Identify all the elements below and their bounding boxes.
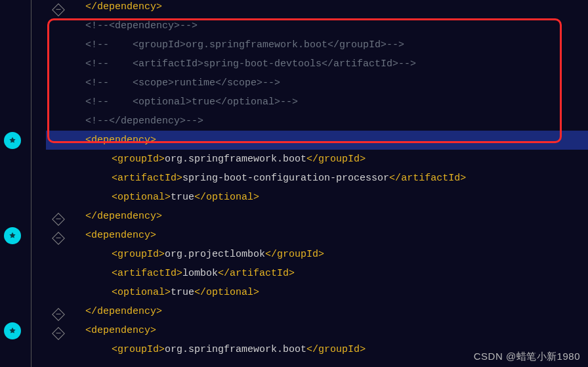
code-line[interactable]: </dependency> — [46, 207, 588, 226]
gutter[interactable] — [0, 0, 46, 367]
code-editor[interactable]: </dependency><!--<dependency>--><!-- <gr… — [0, 0, 588, 367]
code-line[interactable]: <optional>true</optional> — [46, 188, 588, 207]
code-line[interactable]: <groupId>org.springframework.boot</group… — [46, 150, 588, 169]
breakpoint-icon[interactable] — [4, 227, 21, 244]
code-line[interactable]: <artifactId>spring-boot-configuration-pr… — [46, 169, 588, 188]
code-line[interactable]: <dependency> — [46, 131, 588, 150]
code-line[interactable]: <groupId>org.projectlombok</groupId> — [46, 245, 588, 264]
code-line[interactable]: <!-- <groupId>org.springframework.boot</… — [46, 35, 588, 54]
code-line[interactable]: <dependency> — [46, 321, 588, 340]
breakpoint-icon[interactable] — [4, 322, 21, 339]
code-line[interactable]: <dependency> — [46, 226, 588, 245]
code-area[interactable]: </dependency><!--<dependency>--><!-- <gr… — [46, 0, 588, 359]
code-line[interactable]: </dependency> — [46, 302, 588, 321]
code-line[interactable]: <artifactId>lombok</artifactId> — [46, 264, 588, 283]
code-line[interactable]: </dependency> — [46, 0, 588, 16]
breakpoint-icon[interactable] — [4, 132, 21, 149]
code-line[interactable]: <!-- <artifactId>spring-boot-devtools</a… — [46, 54, 588, 74]
code-line[interactable]: <!-- <optional>true</optional>--> — [46, 93, 588, 112]
code-line[interactable]: <!-- <scope>runtime</scope>--> — [46, 74, 588, 93]
code-line[interactable]: <!--</dependency>--> — [46, 112, 588, 131]
code-line[interactable]: <groupId>org.springframework.boot</group… — [46, 340, 588, 359]
code-line[interactable]: <!--<dependency>--> — [46, 16, 588, 35]
code-line[interactable]: <optional>true</optional> — [46, 283, 588, 302]
